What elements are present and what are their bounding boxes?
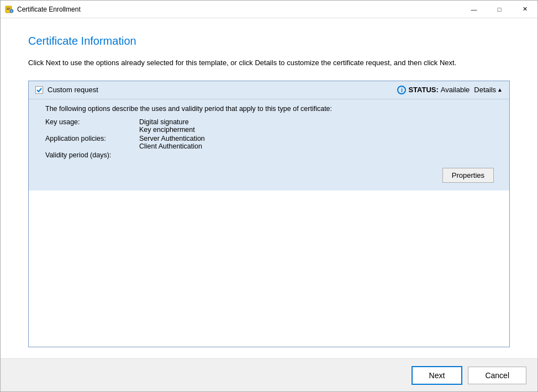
key-usage-values: Digital signature Key encipherment: [139, 118, 498, 134]
status-value: Available: [441, 86, 470, 94]
svg-rect-1: [7, 8, 10, 9]
certificate-enrollment-window: i Certificate Enrollment — □ ✕ Certifica…: [0, 0, 538, 392]
cancel-button[interactable]: Cancel: [468, 367, 526, 384]
title-bar: i Certificate Enrollment — □ ✕: [1, 1, 537, 18]
certificate-properties-grid: Key usage: Digital signature Key enciphe…: [45, 118, 498, 159]
info-icon: i: [397, 86, 406, 94]
properties-button[interactable]: Properties: [442, 168, 494, 183]
certificate-description: The following options describe the uses …: [45, 105, 498, 113]
cert-enrollment-icon: i: [5, 5, 14, 14]
details-button[interactable]: Details ▲: [474, 86, 503, 94]
certificate-list: Custom request i STATUS: Available Detai…: [28, 81, 510, 348]
app-policy-value-2: Client Authentication: [139, 142, 498, 150]
certificate-status-area: i STATUS: Available: [397, 86, 470, 94]
status-label: STATUS:: [408, 86, 438, 94]
key-usage-label: Key usage:: [45, 118, 134, 134]
key-usage-value-1: Digital signature: [139, 118, 498, 126]
app-policies-values: Server Authentication Client Authenticat…: [139, 135, 498, 150]
validity-period-label: Validity period (days):: [45, 151, 134, 159]
key-usage-value-2: Key encipherment: [139, 126, 498, 134]
minimize-button[interactable]: —: [461, 1, 487, 18]
certificate-details-footer: Properties: [45, 168, 498, 183]
app-policies-label: Application policies:: [45, 135, 134, 150]
page-description: Click Next to use the options already se…: [28, 57, 510, 68]
page-title: Certificate Information: [28, 35, 510, 47]
maximize-button[interactable]: □: [487, 1, 512, 18]
validity-period-value: [139, 151, 498, 159]
content-area: Certificate Information Click Next to us…: [1, 18, 537, 358]
footer-bar: Next Cancel: [1, 358, 537, 391]
svg-rect-2: [7, 9, 9, 10]
close-button[interactable]: ✕: [512, 1, 537, 18]
next-button[interactable]: Next: [412, 366, 463, 385]
window-title: Certificate Enrollment: [17, 6, 81, 13]
details-label: Details: [474, 86, 496, 94]
certificate-checkbox[interactable]: [35, 86, 43, 94]
certificate-details: The following options describe the uses …: [29, 99, 509, 190]
certificate-row-header[interactable]: Custom request i STATUS: Available Detai…: [29, 81, 509, 99]
title-bar-controls: — □ ✕: [461, 1, 537, 18]
details-chevron-icon: ▲: [497, 87, 503, 93]
app-policy-value-1: Server Authentication: [139, 135, 498, 142]
title-bar-left: i Certificate Enrollment: [5, 5, 81, 14]
certificate-name: Custom request: [48, 86, 393, 94]
